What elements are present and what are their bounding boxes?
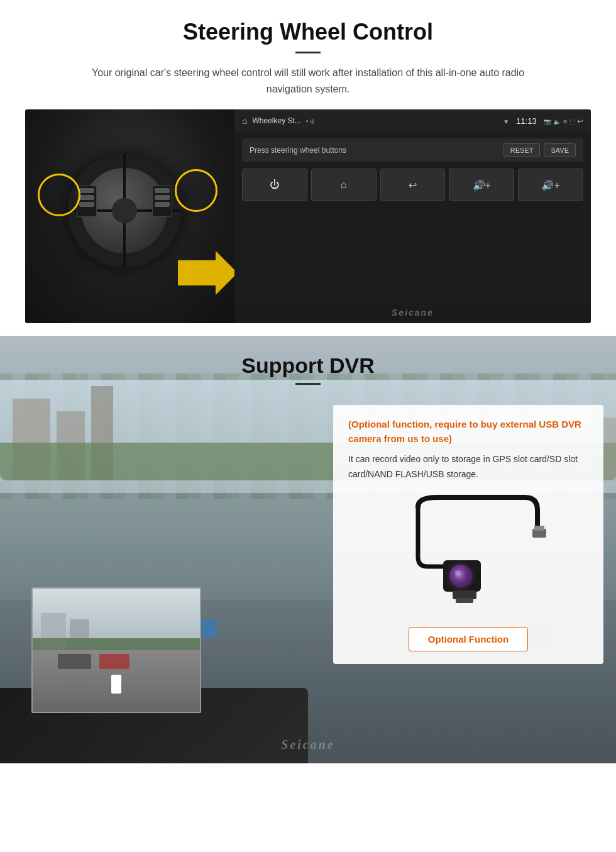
app-label: Wheelkey St... — [252, 116, 300, 125]
power-btn[interactable]: ⏻ — [242, 169, 307, 201]
svg-point-7 — [447, 562, 475, 590]
save-button[interactable]: SAVE — [544, 143, 576, 157]
dvr-title: Support DVR — [0, 353, 616, 378]
dvr-info-card: (Optional function, require to buy exter… — [333, 405, 603, 664]
steering-description: Your original car's steering wheel contr… — [88, 65, 528, 97]
steering-buttons-grid: ⏻ ⌂ ↩ 🔊+ 🔊+ — [242, 169, 583, 201]
back-icon-btn: ↩ — [409, 179, 417, 191]
dvr-section: Support DVR (Optional function, require … — [0, 336, 616, 763]
dvr-title-area: Support DVR — [0, 336, 616, 395]
title-divider — [295, 52, 321, 53]
svg-rect-2 — [534, 526, 544, 531]
power-icon: ⏻ — [270, 179, 280, 191]
dvr-camera-image — [348, 491, 588, 617]
android-content: Press steering wheel buttons RESET SAVE … — [234, 132, 591, 302]
x-icon: ✕ — [563, 118, 568, 125]
steering-section: Steering Wheel Control Your original car… — [0, 0, 616, 336]
dvr-optional-text: (Optional function, require to buy exter… — [348, 418, 588, 446]
screen-brand: Seicane — [392, 307, 434, 318]
dvr-watermark: Seicane — [281, 738, 334, 752]
vol-up-icon: 🔊+ — [473, 179, 491, 191]
android-topbar: ⌂ Wheelkey St... ▪ ψ ▼ 11:13 📷 🔈 ✕ ⬚ ↩ — [234, 109, 591, 132]
topbar-left: ⌂ Wheelkey St... ▪ ψ — [242, 116, 314, 126]
svg-marker-0 — [178, 251, 234, 295]
android-screen: ⌂ Wheelkey St... ▪ ψ ▼ 11:13 📷 🔈 ✕ ⬚ ↩ P — [234, 109, 591, 323]
camera-icon: 📷 — [544, 118, 551, 125]
steering-title: Steering Wheel Control — [25, 19, 591, 45]
dvr-description: It can record video only to storage in G… — [348, 452, 588, 482]
time-display: 11:13 — [516, 116, 537, 126]
dvr-divider — [295, 383, 321, 385]
wifi-icon: ▼ — [503, 118, 509, 125]
steering-photo — [25, 109, 234, 323]
dvr-preview-inner — [33, 589, 200, 712]
steering-control-bar: Press steering wheel buttons RESET SAVE — [242, 138, 583, 162]
optional-function-button[interactable]: Optional Function — [409, 627, 528, 651]
vol-up-btn2[interactable]: 🔊+ — [518, 169, 583, 201]
vol-up-btn[interactable]: 🔊+ — [449, 169, 514, 201]
sound-icon: 🔈 — [553, 118, 561, 125]
vol-up-icon2: 🔊+ — [541, 179, 559, 191]
topbar-center: ▼ 11:13 📷 🔈 ✕ ⬚ ↩ — [503, 116, 583, 126]
home-icon: ⌂ — [242, 116, 247, 126]
svg-rect-8 — [453, 590, 476, 599]
nav-icon: ⬚ — [569, 118, 575, 125]
home-icon-btn: ⌂ — [341, 179, 347, 191]
control-buttons: RESET SAVE — [503, 143, 576, 157]
dvr-brand-text: Seicane — [281, 738, 334, 751]
reset-button[interactable]: RESET — [503, 143, 541, 157]
steering-image-wrapper: ⌂ Wheelkey St... ▪ ψ ▼ 11:13 📷 🔈 ✕ ⬚ ↩ P — [25, 109, 591, 323]
steering-instruction: Press steering wheel buttons — [250, 146, 346, 155]
home-btn[interactable]: ⌂ — [311, 169, 377, 201]
dvr-preview-image — [31, 587, 201, 713]
back-btn[interactable]: ↩ — [380, 169, 446, 201]
dvr-camera-svg — [387, 494, 550, 614]
screen-watermark: Seicane — [234, 302, 591, 323]
signal-icons: ▪ ψ — [306, 118, 314, 124]
back-icon-top: ↩ — [577, 117, 583, 126]
svg-rect-9 — [456, 598, 473, 603]
